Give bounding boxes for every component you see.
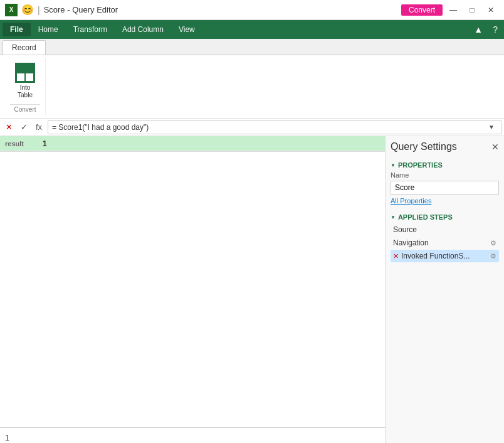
formula-bar: ✕ ✓ fx = Score1("I had a good day") ▼ bbox=[0, 119, 504, 136]
app-icon: X bbox=[5, 4, 18, 16]
properties-label: PROPERTIES bbox=[398, 161, 443, 169]
qs-properties-header: ▼ PROPERTIES bbox=[391, 161, 499, 169]
menu-bar: File Home Transform Add Column View ▲ ? bbox=[0, 20, 504, 39]
table-cell-tr bbox=[25, 64, 34, 73]
convert-badge: Convert bbox=[401, 4, 443, 16]
main-content: result 1 1 Query Settings ✕ ▼ PROPERTIES… bbox=[0, 136, 504, 443]
maximize-button[interactable]: □ bbox=[464, 4, 480, 16]
close-button[interactable]: ✕ bbox=[483, 4, 499, 16]
formula-text: = Score1("I had a good day") bbox=[52, 123, 486, 132]
separator: | bbox=[38, 5, 40, 15]
formula-dropdown-button[interactable]: ▼ bbox=[486, 124, 497, 131]
table-icon bbox=[15, 63, 35, 83]
step-item-2[interactable]: ✕Invoked FunctionS...⚙ bbox=[391, 250, 499, 262]
menu-transform[interactable]: Transform bbox=[66, 23, 115, 36]
step-item-1[interactable]: Navigation⚙ bbox=[391, 237, 499, 249]
footer-value: 1 bbox=[5, 434, 9, 442]
step-gear-icon[interactable]: ⚙ bbox=[490, 252, 496, 260]
chevron-up-icon[interactable]: ▲ bbox=[470, 23, 486, 36]
ribbon-convert-label: Convert bbox=[10, 104, 40, 113]
title-bar-left: X 😊 | Score - Query Editor bbox=[5, 4, 118, 16]
ribbon-convert-group: IntoTable Convert bbox=[5, 58, 46, 115]
formula-confirm-button[interactable]: ✓ bbox=[18, 121, 30, 134]
query-settings-panel: Query Settings ✕ ▼ PROPERTIES Name All P… bbox=[385, 136, 504, 443]
qs-header: Query Settings ✕ bbox=[391, 141, 499, 152]
result-header-value: 1 bbox=[38, 139, 52, 148]
formula-fx-button[interactable]: fx bbox=[33, 121, 45, 134]
tab-strip: Record bbox=[0, 39, 504, 55]
data-area: result 1 1 bbox=[0, 136, 385, 443]
step-name: Invoked FunctionS... bbox=[401, 252, 488, 260]
menu-add-column[interactable]: Add Column bbox=[115, 23, 171, 36]
window-title: Score - Query Editor bbox=[44, 5, 118, 14]
step-gear-icon[interactable]: ⚙ bbox=[490, 239, 496, 247]
table-cell-br bbox=[25, 73, 34, 82]
ribbon: IntoTable Convert bbox=[0, 55, 504, 119]
step-item-0[interactable]: Source bbox=[391, 223, 499, 236]
data-header-row: result 1 bbox=[0, 136, 385, 151]
step-error-icon: ✕ bbox=[393, 252, 399, 260]
title-bar: X 😊 | Score - Query Editor Convert — □ ✕ bbox=[0, 0, 504, 20]
name-input[interactable] bbox=[391, 181, 499, 195]
step-name: Navigation bbox=[393, 238, 488, 247]
menu-file[interactable]: File bbox=[3, 23, 31, 36]
menu-home[interactable]: Home bbox=[31, 23, 66, 36]
all-properties-link[interactable]: All Properties bbox=[391, 197, 499, 205]
into-table-label: IntoTable bbox=[18, 84, 33, 99]
minimize-button[interactable]: — bbox=[445, 4, 461, 16]
table-cell-bl bbox=[16, 73, 25, 82]
properties-triangle-icon: ▼ bbox=[391, 163, 396, 168]
formula-cancel-button[interactable]: ✕ bbox=[3, 121, 15, 134]
data-footer: 1 bbox=[0, 427, 385, 443]
table-cell-tl bbox=[16, 64, 25, 73]
qs-close-button[interactable]: ✕ bbox=[491, 142, 499, 152]
data-scroll-section[interactable] bbox=[0, 151, 385, 427]
qs-title: Query Settings bbox=[391, 141, 457, 152]
applied-steps-triangle-icon: ▼ bbox=[391, 215, 396, 220]
applied-steps-label: APPLIED STEPS bbox=[398, 213, 453, 221]
into-table-button[interactable]: IntoTable bbox=[10, 60, 40, 102]
smiley-icon: 😊 bbox=[21, 4, 34, 16]
title-bar-controls: Convert — □ ✕ bbox=[401, 4, 499, 16]
menu-view[interactable]: View bbox=[171, 23, 202, 36]
steps-list: SourceNavigation⚙✕Invoked FunctionS...⚙ bbox=[391, 223, 499, 263]
step-name: Source bbox=[393, 225, 496, 234]
help-icon[interactable]: ? bbox=[489, 23, 501, 36]
formula-input[interactable]: = Score1("I had a good day") ▼ bbox=[48, 120, 501, 134]
result-label: result bbox=[0, 140, 38, 147]
qs-applied-steps-header: ▼ APPLIED STEPS bbox=[391, 213, 499, 221]
name-label: Name bbox=[391, 171, 499, 179]
tab-record[interactable]: Record bbox=[3, 40, 46, 55]
menu-bar-right: ▲ ? bbox=[470, 23, 501, 36]
